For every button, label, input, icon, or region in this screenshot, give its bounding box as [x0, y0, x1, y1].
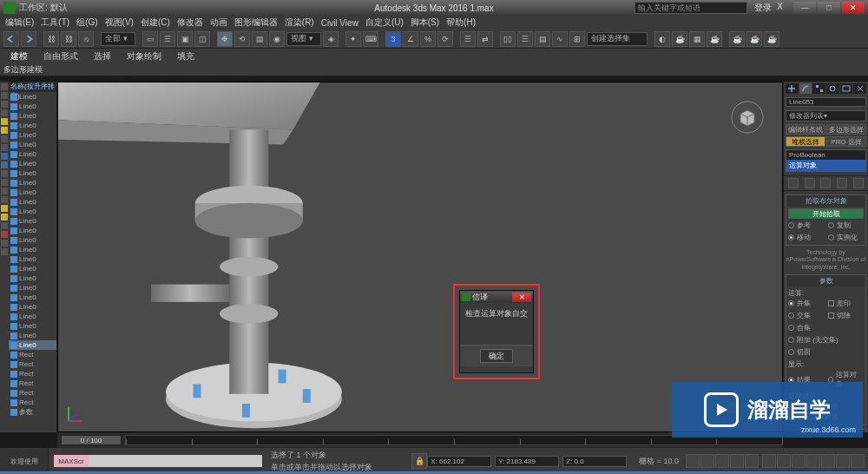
goto-start-button[interactable] [686, 454, 700, 468]
select-button[interactable]: ▭ [142, 31, 158, 47]
manip-button[interactable]: ✦ [345, 31, 361, 47]
rendered-frame-button[interactable]: ▦ [689, 31, 705, 47]
strip-icon[interactable] [1, 231, 8, 238]
pin-stack-icon[interactable] [788, 178, 799, 188]
tab-populate[interactable]: 填充 [177, 50, 194, 63]
start-pick-button[interactable]: 开始拾取 [788, 208, 864, 219]
list-item[interactable]: Line0 [9, 245, 56, 254]
placement-button[interactable]: ◉ [269, 31, 285, 47]
zoom-all-button[interactable] [792, 454, 806, 468]
strip-icon[interactable] [1, 170, 8, 177]
sign-in-x[interactable]: X [777, 2, 783, 14]
coord-y-field[interactable]: Y: 2183.489 [495, 456, 559, 467]
snap-toggle-button[interactable]: 3 [385, 31, 401, 47]
link-button[interactable]: ⛓ [43, 31, 59, 47]
op-attach[interactable]: 附加 (无交集) [797, 335, 838, 345]
menu-group[interactable]: 组(G) [76, 16, 97, 29]
configure-icon[interactable] [853, 178, 864, 188]
viewport-perspective[interactable]: [+][透视][线框显示] <<无>> [57, 82, 783, 432]
tab-create-icon[interactable] [786, 83, 799, 94]
stack-item[interactable]: ProBoolean [786, 150, 865, 160]
dialog-ok-button[interactable]: 确定 [480, 349, 513, 363]
op-slice[interactable]: 切面 [797, 347, 811, 357]
op-union[interactable]: 并集 [797, 299, 811, 308]
menu-script[interactable]: 脚本(S) [411, 16, 439, 29]
list-item[interactable]: Line0 [9, 130, 56, 140]
list-item[interactable]: Rect [9, 369, 56, 379]
strip-icon[interactable] [1, 161, 8, 168]
menu-view[interactable]: 视图(V) [105, 16, 134, 29]
menu-graph[interactable]: 图形编辑器 [234, 16, 278, 29]
coord-x-field[interactable]: X: 662.102 [427, 456, 491, 467]
list-item[interactable]: Line0 [9, 197, 56, 207]
pan-button[interactable] [821, 454, 835, 468]
strip-icon[interactable] [1, 248, 8, 255]
redo-button[interactable] [21, 31, 36, 47]
strip-icon[interactable] [1, 205, 8, 212]
bind-button[interactable]: ⎋ [78, 31, 94, 47]
select-name-button[interactable]: ☰ [160, 31, 175, 47]
edit-spline-button[interactable]: 编辑样条线 [786, 124, 825, 135]
maximize-viewport-button[interactable] [851, 454, 865, 468]
poly-select-button[interactable]: 多边形选择 [826, 124, 866, 135]
schematic-button[interactable]: ⊞ [569, 31, 585, 47]
list-item[interactable]: Line0 [9, 121, 56, 130]
frame-indicator[interactable]: 0 / 100 [61, 435, 122, 445]
op-merge[interactable]: 合集 [797, 323, 811, 332]
unlink-button[interactable]: ⛓ [61, 31, 76, 47]
render-button[interactable]: ☕ [707, 31, 722, 47]
menu-render[interactable]: 渲染(R) [285, 16, 314, 29]
rollout-title-params[interactable]: 参数 [786, 275, 865, 286]
undo-button[interactable] [3, 31, 19, 47]
strip-icon[interactable] [1, 118, 8, 125]
spinner-snap-button[interactable]: ⟳ [437, 31, 453, 47]
strip-icon[interactable] [1, 83, 8, 90]
op-cookie[interactable]: 切除 [837, 311, 851, 320]
strip-icon[interactable] [1, 153, 8, 160]
list-item[interactable]: Line0 [9, 312, 56, 321]
render-setup-button[interactable]: ☕ [672, 31, 687, 47]
opt-reference[interactable]: 参考 [797, 221, 811, 230]
filter-combo[interactable]: 全部 ▾ [101, 32, 135, 46]
modifier-stack[interactable]: ProBoolean 运算对象 [786, 149, 866, 172]
menu-tools[interactable]: 工具(T) [41, 16, 69, 29]
opt-move[interactable]: 移动 [797, 233, 811, 242]
dialog-close-button[interactable]: ✕ [512, 293, 531, 302]
strip-icon[interactable] [1, 135, 8, 142]
render-iterative-button[interactable]: ☕ [746, 31, 762, 47]
list-item[interactable]: Line0 [9, 111, 56, 121]
select-region-button[interactable]: ▣ [177, 31, 193, 47]
sub-poly[interactable]: 多边形建模 [3, 64, 43, 76]
list-item[interactable]: Line0 [9, 235, 56, 245]
opt-instance[interactable]: 实例化 [837, 233, 858, 242]
strip-icon[interactable] [1, 240, 8, 247]
strip-icon[interactable] [1, 188, 8, 194]
list-item[interactable]: Line0 [9, 331, 56, 340]
list-item[interactable]: Line0 [9, 178, 56, 188]
menu-modifier[interactable]: 修改器 [177, 16, 203, 29]
strip-icon[interactable] [1, 222, 8, 229]
list-item[interactable]: 参数 [9, 407, 56, 417]
list-item[interactable]: Line0 [9, 188, 56, 197]
rotate-button[interactable]: ⟲ [234, 31, 250, 47]
op-imprint[interactable]: 差印 [837, 299, 851, 308]
strip-icon[interactable] [1, 101, 8, 108]
goto-end-button[interactable] [745, 454, 759, 468]
tab-selection[interactable]: 选择 [94, 50, 111, 63]
list-item[interactable]: Line0 [9, 216, 56, 226]
strip-icon[interactable] [1, 109, 8, 116]
tab-object-paint[interactable]: 对象绘制 [127, 50, 161, 63]
strip-icon[interactable] [1, 179, 8, 186]
list-item[interactable]: Line0 [9, 92, 56, 102]
next-frame-button[interactable] [730, 454, 744, 468]
layers-button[interactable]: ☰ [517, 31, 533, 47]
menu-custom[interactable]: 自定义(U) [365, 16, 404, 29]
play-button[interactable] [715, 454, 729, 468]
tab-motion-icon[interactable] [826, 83, 839, 94]
keyboard-button[interactable]: ⌨ [363, 31, 378, 47]
tab-display-icon[interactable] [840, 83, 853, 94]
named-sel-button[interactable]: ☰ [460, 31, 476, 47]
remove-mod-icon[interactable] [837, 178, 847, 188]
list-item[interactable]: Line0 [9, 273, 56, 283]
list-item[interactable]: Line0 [9, 254, 56, 264]
